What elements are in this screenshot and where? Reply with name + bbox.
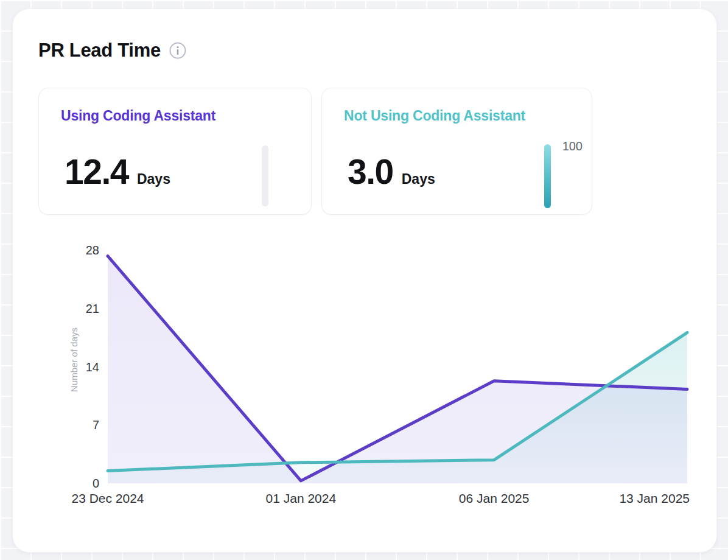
- gauge-bar-empty: [262, 145, 268, 206]
- stats-row: Using Coding Assistant 12.4 Days Not Usi…: [38, 88, 592, 215]
- lead-time-chart: 07142128Number of days23 Dec 202401 Jan …: [59, 238, 695, 518]
- gauge-bar-filled: [544, 144, 551, 208]
- stat-unit: Days: [402, 171, 435, 187]
- info-icon[interactable]: [169, 42, 186, 59]
- y-tick-label: 14: [86, 360, 99, 374]
- page-title: PR Lead Time: [38, 40, 161, 61]
- stat-label: Using Coding Assistant: [61, 108, 215, 124]
- y-tick-label: 7: [93, 418, 99, 432]
- gauge-value-label: 100: [562, 139, 583, 153]
- y-axis-title: Number of days: [69, 327, 79, 392]
- card-header: PR Lead Time: [38, 40, 186, 61]
- stat-value-row: 3.0 Days: [348, 150, 435, 194]
- x-tick-label: 13 Jan 2025: [619, 491, 690, 505]
- y-tick-label: 28: [86, 243, 99, 257]
- info-icon-glyph: [169, 42, 186, 59]
- stat-unit: Days: [137, 171, 170, 187]
- stat-card-using-assistant: Using Coding Assistant 12.4 Days: [38, 88, 312, 215]
- x-tick-label: 06 Jan 2025: [459, 491, 530, 505]
- y-tick-label: 21: [86, 302, 99, 315]
- chart-canvas: 07142128Number of days23 Dec 202401 Jan …: [59, 238, 695, 518]
- stat-card-not-using-assistant: Not Using Coding Assistant 3.0 Days 100: [321, 88, 592, 215]
- stat-value-row: 12.4 Days: [65, 150, 170, 194]
- stat-value: 12.4: [65, 150, 128, 194]
- y-tick-label: 0: [93, 477, 99, 490]
- x-tick-label: 23 Dec 2024: [71, 491, 144, 505]
- pr-lead-time-card: PR Lead Time Using Coding Assistant 12.4…: [12, 9, 717, 553]
- x-tick-label: 01 Jan 2024: [266, 491, 337, 505]
- stat-label: Not Using Coding Assistant: [344, 108, 525, 124]
- stat-value: 3.0: [348, 150, 393, 194]
- page-background: PR Lead Time Using Coding Assistant 12.4…: [0, 0, 728, 560]
